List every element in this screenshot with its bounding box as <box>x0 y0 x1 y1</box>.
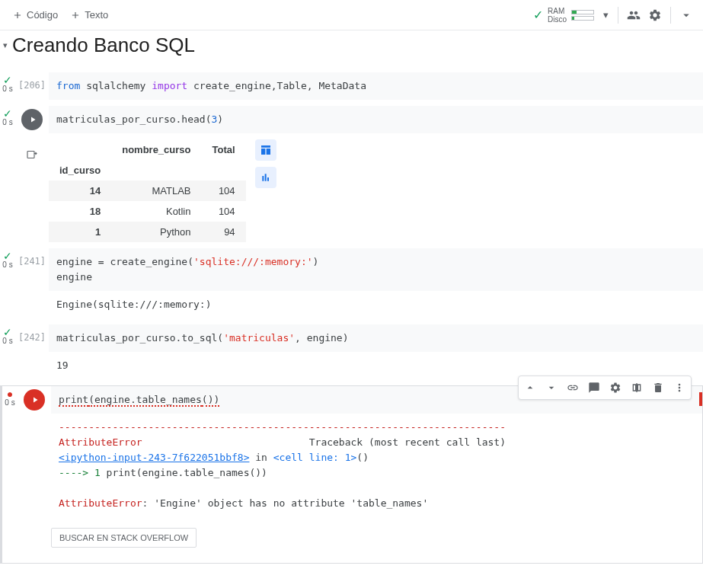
col-header: nombre_curso <box>111 139 201 160</box>
table-row: 1Python94 <box>49 222 246 242</box>
check-icon: ✓ <box>3 109 12 118</box>
chevron-down-icon[interactable] <box>677 6 695 24</box>
check-icon: ✓ <box>3 328 12 337</box>
resource-dropdown-icon[interactable]: ▾ <box>599 9 613 21</box>
check-icon: ✓ <box>533 8 543 22</box>
top-toolbar: Código Texto ✓ RAM Disco ▾ <box>0 0 703 30</box>
resource-indicator[interactable]: ✓ RAM Disco <box>533 7 594 24</box>
plus-icon <box>70 10 81 21</box>
code-cell: ✓ 0 s [242] matriculas_por_curso.to_sql(… <box>0 324 703 379</box>
error-marker <box>699 392 702 406</box>
output-collapse-icon[interactable] <box>23 145 41 164</box>
dataframe-table: nombre_cursoTotal id_curso 14MATLAB104 1… <box>49 139 246 242</box>
svg-rect-0 <box>27 152 34 158</box>
code-cell: ✓ 0 s [241] engine = create_engine('sqli… <box>0 248 703 318</box>
code-input[interactable]: engine = create_engine('sqlite:///:memor… <box>49 248 703 291</box>
traceback-output: ----------------------------------------… <box>51 414 702 517</box>
search-stackoverflow-button[interactable]: BUSCAR EN STACK OVERFLOW <box>51 528 197 548</box>
code-input[interactable]: matriculas_por_curso.head(3) <box>49 106 703 133</box>
settings-icon[interactable] <box>646 6 664 24</box>
cell-toolbar <box>518 375 692 400</box>
code-cell: ✓ 0 s [206] from sqlalchemy import creat… <box>0 72 703 100</box>
mirror-icon[interactable] <box>627 378 647 398</box>
check-icon: ✓ <box>3 75 12 85</box>
move-down-icon[interactable] <box>542 378 561 398</box>
exec-count: [206] <box>18 75 46 91</box>
cell-output: nombre_cursoTotal id_curso 14MATLAB104 1… <box>0 139 703 242</box>
disk-bar <box>571 16 594 21</box>
cell-gutter: ● 0 s <box>2 386 18 563</box>
add-text-button[interactable]: Texto <box>64 6 114 24</box>
exec-time: 0 s <box>5 398 14 407</box>
cell-output-text: Engine(sqlite:///:memory:) <box>49 291 703 318</box>
exec-count: [241] <box>18 251 46 267</box>
exec-count: [242] <box>18 328 46 343</box>
col-header: Total <box>202 139 246 160</box>
move-up-icon[interactable] <box>520 378 540 398</box>
code-cell-active: ● 0 s print(engine.table_names()) ------… <box>0 385 703 564</box>
section-header[interactable]: ▾ Creando Banco SQL <box>0 30 703 66</box>
exec-time: 0 s <box>2 337 12 345</box>
collapse-triangle-icon[interactable]: ▾ <box>3 40 8 50</box>
ram-label: RAM <box>548 7 567 15</box>
comment-icon[interactable] <box>584 378 604 398</box>
delete-icon[interactable] <box>648 378 668 398</box>
table-row: 18Kotlin104 <box>49 201 246 222</box>
exec-time: 0 s <box>2 260 12 269</box>
add-code-button[interactable]: Código <box>6 6 64 24</box>
code-input[interactable]: matriculas_por_curso.to_sql('matriculas'… <box>49 324 703 352</box>
share-icon[interactable] <box>625 6 643 24</box>
check-icon: ✓ <box>3 251 12 260</box>
more-icon[interactable] <box>669 378 689 398</box>
code-input[interactable]: from sqlalchemy import create_engine,Tab… <box>49 72 703 100</box>
cell-gutter: ✓ 0 s <box>0 324 15 379</box>
view-table-icon[interactable] <box>255 139 276 161</box>
cell-gutter: ✓ 0 s <box>0 106 15 133</box>
cell-gutter: ✓ 0 s <box>0 72 15 100</box>
add-code-label: Código <box>27 9 58 21</box>
exec-time: 0 s <box>2 85 12 93</box>
error-icon: ● <box>7 389 13 398</box>
plus-icon <box>12 10 23 21</box>
divider <box>618 7 618 24</box>
run-cell-button[interactable] <box>24 389 45 411</box>
add-text-label: Texto <box>85 9 108 21</box>
cell-settings-icon[interactable] <box>606 378 625 398</box>
table-row: 14MATLAB104 <box>49 181 246 201</box>
index-name: id_curso <box>49 160 111 181</box>
divider <box>670 7 671 24</box>
code-cell: ✓ 0 s matriculas_por_curso.head(3) <box>0 106 703 133</box>
ram-bar <box>571 10 594 14</box>
exec-time: 0 s <box>2 118 12 126</box>
traceback-link[interactable]: <ipython-input-243-7f622051bbf8> <box>59 452 249 463</box>
run-cell-button[interactable] <box>21 109 43 130</box>
disk-label: Disco <box>548 15 567 24</box>
section-title: Creando Banco SQL <box>12 34 195 57</box>
cell-gutter: ✓ 0 s <box>0 248 15 318</box>
link-icon[interactable] <box>563 378 583 398</box>
view-chart-icon[interactable] <box>255 167 276 188</box>
